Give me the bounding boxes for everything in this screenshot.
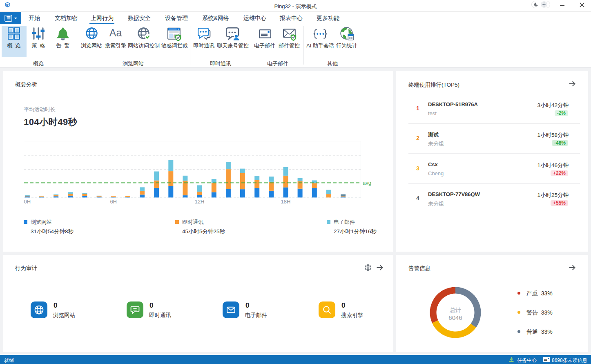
svg-text:avg: avg <box>363 180 371 186</box>
svg-text:6H: 6H <box>110 199 117 205</box>
svg-text:18H: 18H <box>281 199 291 205</box>
svg-text:12H: 12H <box>195 199 205 205</box>
svg-text:0H: 0H <box>24 199 31 205</box>
